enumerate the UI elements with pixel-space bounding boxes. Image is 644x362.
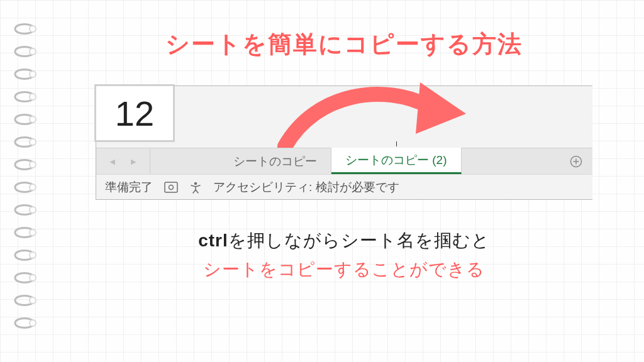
spiral-ring [11, 134, 38, 150]
svg-point-2 [30, 71, 36, 77]
accessibility-icon[interactable] [189, 181, 202, 194]
svg-point-20 [194, 182, 197, 184]
spiral-ring [11, 21, 38, 36]
spiral-ring [11, 315, 38, 331]
caption-line2: シートをコピーすることができる [198, 255, 490, 284]
spiral-ring [11, 270, 38, 285]
spiral-ring [11, 89, 38, 104]
chevron-left-icon: ◄ [108, 156, 117, 167]
status-ready-label: 準備完了 [105, 179, 153, 195]
svg-point-13 [30, 320, 36, 326]
plus-circle-icon [570, 155, 582, 168]
spiral-binding [11, 21, 38, 331]
caption-line1-rest: を押しながらシート名を掴むと [228, 231, 490, 250]
spiral-ring [11, 180, 38, 195]
svg-point-19 [169, 185, 174, 189]
svg-point-10 [30, 252, 36, 258]
spiral-ring [11, 44, 38, 59]
tab-scroll-buttons[interactable]: ◄ ► [96, 148, 150, 174]
page-title: シートを簡単にコピーする方法 [165, 28, 523, 60]
svg-rect-18 [165, 182, 177, 192]
keyboard-key-label: ctrl [198, 231, 228, 250]
spiral-ring [11, 202, 38, 217]
spiral-ring [11, 112, 38, 127]
svg-point-6 [30, 162, 36, 168]
add-sheet-button[interactable] [560, 148, 592, 174]
svg-point-9 [30, 229, 36, 236]
svg-point-0 [30, 26, 36, 32]
spiral-ring [11, 293, 38, 308]
svg-point-12 [30, 297, 36, 304]
svg-marker-14 [416, 82, 466, 134]
page-content: シートを簡単にコピーする方法 12 ◄ ► シートのコピー シートのコピ [57, 28, 631, 349]
macro-record-icon[interactable] [164, 182, 178, 193]
sheet-tab-bar: ◄ ► シートのコピー シートのコピー (2) [96, 148, 592, 174]
excel-window: 12 ◄ ► シートのコピー シートのコピー (2) [96, 85, 592, 200]
spiral-ring [11, 67, 38, 82]
sheet-tab-label: シートのコピー (2) [345, 152, 447, 168]
sheet-tab-label: シートのコピー [233, 153, 317, 170]
caption-line1: ctrlを押しながらシート名を掴むと [198, 226, 490, 255]
svg-point-5 [30, 139, 36, 145]
row-header-cell: 12 [94, 84, 175, 142]
spiral-ring [11, 248, 38, 263]
status-accessibility-label: アクセシビリティ: 検討が必要です [213, 179, 399, 195]
svg-point-4 [30, 116, 36, 123]
sheet-tab-inactive[interactable]: シートのコピー [219, 148, 331, 174]
insert-marker-icon [396, 141, 397, 146]
copy-arrow [272, 79, 474, 156]
spiral-ring [11, 157, 38, 172]
excel-worksheet-area: 12 [96, 86, 592, 148]
svg-point-8 [30, 207, 36, 213]
svg-point-3 [30, 94, 36, 100]
chevron-right-icon: ► [130, 156, 138, 167]
spiral-ring [11, 225, 38, 240]
svg-point-11 [30, 275, 36, 281]
svg-point-7 [30, 184, 36, 190]
sheet-tab-active[interactable]: シートのコピー (2) [331, 148, 462, 174]
caption: ctrlを押しながらシート名を掴むと シートをコピーすることができる [198, 226, 490, 284]
status-bar: 準備完了 アクセシビリティ: 検討が必要です [96, 174, 592, 199]
svg-point-1 [30, 48, 36, 55]
